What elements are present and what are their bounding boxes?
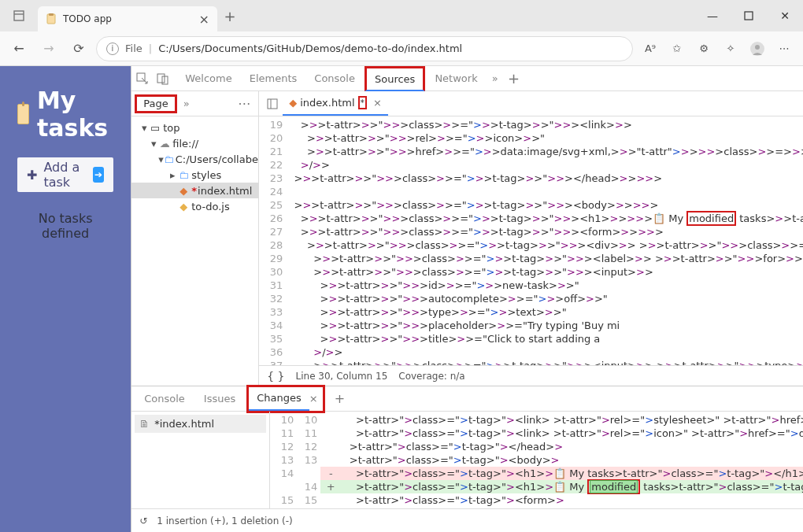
favicon-icon [46,13,57,24]
addressbar: ← → ⟳ i File | C:/Users/Documents/GitHub… [0,31,803,66]
tree-top[interactable]: ▾▭top [131,120,258,135]
diff-summary: 1 insertion (+), 1 deletion (-) [157,515,292,526]
tab-actions-icon[interactable] [0,10,38,21]
modified-marker: * [358,96,368,109]
inspect-icon[interactable] [136,72,155,85]
profile-icon[interactable] [745,36,770,61]
tab-elements[interactable]: Elements [242,66,305,91]
reload-button[interactable]: ⟳ [66,36,91,61]
revert-icon[interactable]: ↺ [139,515,147,526]
more-icon[interactable]: ⋯ [772,36,797,61]
navigator-more-icon[interactable]: » [180,98,193,109]
read-aloud-icon[interactable]: A⁹ [638,36,663,61]
titlebar: TODO app × + — ✕ [0,0,803,31]
tab-welcome[interactable]: Welcome [177,66,239,91]
more-tabs-icon[interactable]: » [487,72,503,84]
plus-icon: ✚ [27,168,37,183]
rendered-page: My tasks ✚ Add a task ➔ No tasks defined [0,66,131,532]
svg-point-6 [755,45,760,50]
page-heading: My tasks [17,87,113,142]
drawer-status: ↺ 1 insertion (+), 1 deletion (-) [131,508,803,532]
devtools: Welcome Elements Console Sources Network… [131,66,803,532]
coverage-status: Coverage: n/a [398,371,464,382]
heading-text: My tasks [37,87,113,142]
navigator-tab-page[interactable]: Page [135,94,176,113]
drawer: Console Issues Changes × + ✕ 🗎*index.htm… [131,386,803,532]
tab-title: TODO app [63,13,193,24]
url-scheme: File [125,42,142,54]
changes-files: 🗎*index.html [131,412,270,508]
browser-tab[interactable]: TODO app × [38,6,217,31]
editor-nav-toggle-icon[interactable] [262,98,283,109]
svg-rect-4 [745,12,753,20]
tree-file-scheme[interactable]: ▾☁file:// [131,135,258,151]
tree-index-html[interactable]: ◆*index.html [131,183,258,198]
url-bar[interactable]: i File | C:/Users/Documents/GitHub/Demos… [96,36,633,61]
close-window-button[interactable]: ✕ [767,0,803,31]
new-tab-button[interactable]: + [217,8,242,24]
drawer-add-tab-icon[interactable]: + [328,391,351,406]
navigator-menu-icon[interactable]: ⋯ [233,96,255,111]
tree-styles[interactable]: ▸🗀styles [131,167,258,183]
collections-icon[interactable]: ✧ [718,36,743,61]
drawer-tab-changes[interactable]: Changes [249,387,309,411]
sources-navigator: Page » ⋯ ▾▭top ▾☁file:// ▾🗀C:/Users/coll… [131,91,259,386]
close-file-icon[interactable]: × [373,97,382,109]
empty-state: No tasks defined [17,211,113,241]
editor-file-name: index.html [300,97,354,109]
back-button[interactable]: ← [6,36,31,61]
favorite-icon[interactable]: ✩ [664,36,690,61]
url-sep: | [149,42,152,54]
html-file-icon: ◆ [289,97,297,109]
svg-rect-3 [49,13,54,16]
svg-rect-0 [14,11,24,20]
editor: ◆ index.html* × 192021222324252627282930… [259,91,803,386]
bracket-icon[interactable]: { } [267,370,284,382]
add-tab-icon[interactable]: + [505,70,524,87]
window-controls: — ✕ [694,0,803,31]
site-info-icon[interactable]: i [106,42,119,55]
drawer-tab-issues[interactable]: Issues [196,387,243,411]
tab-sources[interactable]: Sources [364,66,425,91]
svg-rect-10 [268,99,277,109]
cursor-position: Line 30, Column 15 [296,371,388,382]
maximize-button[interactable] [731,0,767,31]
forward-button[interactable]: → [36,36,61,61]
tree-todo-js[interactable]: ◆to-do.js [131,198,258,214]
file-tree: ▾▭top ▾☁file:// ▾🗀C:/Users/collabera ▸🗀s… [131,116,258,217]
clipboard-icon [17,104,29,124]
minimize-button[interactable]: — [694,0,731,31]
editor-file-tab[interactable]: ◆ index.html* × [283,92,388,116]
tab-network[interactable]: Network [427,66,485,91]
svg-rect-8 [157,74,165,83]
tree-folder[interactable]: ▾🗀C:/Users/collabera [131,151,258,167]
editor-status: { } Line 30, Column 15 Coverage: n/a [259,365,803,386]
add-task-label: Add a task [43,160,92,190]
device-icon[interactable] [157,72,176,85]
close-changes-tab-icon[interactable]: × [309,393,323,405]
code-editor[interactable]: 1920212223242526272829303132333435363738… [259,116,803,365]
changes-diff[interactable]: 101112131415 101112131415 >t-attr>">clas… [270,412,803,508]
changed-file[interactable]: 🗎*index.html [135,415,266,433]
url-path: C:/Users/Documents/GitHub/Demos/demo-to-… [158,42,462,54]
drawer-tab-console[interactable]: Console [136,387,193,411]
devtools-tabs: Welcome Elements Console Sources Network… [131,66,803,91]
close-tab-icon[interactable]: × [199,12,209,27]
add-task-input[interactable]: ✚ Add a task ➔ [17,157,113,192]
submit-arrow-icon[interactable]: ➔ [93,167,105,183]
settings-icon[interactable]: ⚙ [691,36,716,61]
tab-console[interactable]: Console [306,66,363,91]
